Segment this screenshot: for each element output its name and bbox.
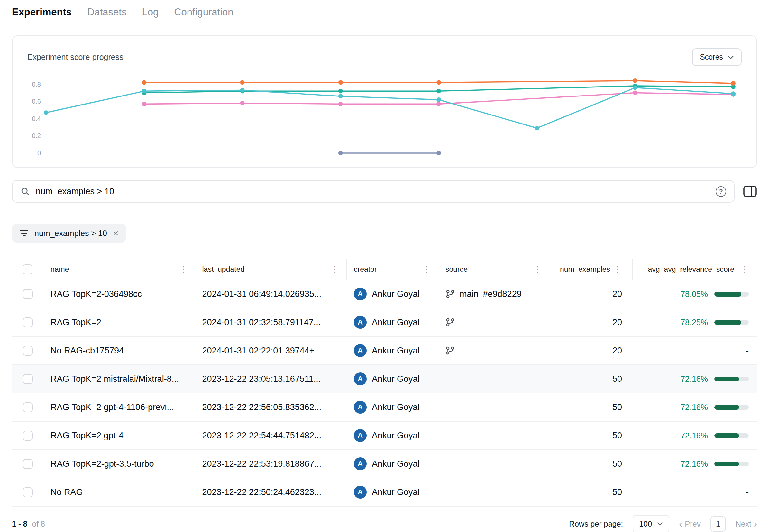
prev-page-button[interactable]: ‹ Prev [679,519,700,529]
next-page-button[interactable]: Next › [736,519,757,529]
top-nav: Experiments Datasets Log Configuration [12,0,757,22]
cell-name: RAG TopK=2 mistralai/Mixtral-8... [43,374,195,384]
num-examples-value: 20 [612,346,622,356]
row-checkbox[interactable] [23,459,33,469]
cell-name: No RAG [43,487,195,497]
experiment-name[interactable]: RAG TopK=2 gpt-4-1106-previ... [50,402,174,412]
column-header-avg_avg_relevance_score: avg_avg_relevance_score⋮ [633,259,757,280]
rows-per-page-value: 100 [639,519,652,528]
series-pink-point[interactable] [633,91,637,95]
series-cyan-point[interactable] [535,126,539,130]
series-cyan-point[interactable] [338,94,343,98]
remove-filter-icon[interactable]: × [113,228,119,238]
series-slate-point[interactable] [436,151,441,155]
column-menu-icon[interactable]: ⋮ [331,265,339,274]
experiment-name[interactable]: RAG TopK=2 gpt-4 [50,431,124,441]
table-row[interactable]: RAG TopK=2 mistralai/Mixtral-8...2023-12… [12,365,757,393]
score-progress-card: Experiment score progress Scores 00.20.4… [12,35,757,168]
experiment-name[interactable]: RAG TopK=2-gpt-3.5-turbo [50,459,154,469]
table-row[interactable]: RAG TopK=2 gpt-4-1106-previ...2023-12-22… [12,393,757,422]
column-menu-icon[interactable]: ⋮ [179,265,188,274]
table-row[interactable]: RAG TopK=2 gpt-42023-12-22 22:54:44.7514… [12,422,757,450]
series-cyan-point[interactable] [731,91,736,96]
cell-name: RAG TopK=2 [43,317,195,327]
filter-chip[interactable]: num_examples > 10 × [12,224,126,243]
series-pink-point[interactable] [436,102,441,106]
series-pink-point[interactable] [338,102,343,106]
series-cyan-point[interactable] [142,89,146,93]
tab-log[interactable]: Log [142,6,159,18]
tab-configuration[interactable]: Configuration [174,6,233,18]
avatar: A [354,288,367,300]
column-menu-icon[interactable]: ⋮ [423,265,431,274]
series-pink-point[interactable] [240,101,245,105]
column-header-last_updated: last_updated⋮ [195,259,347,280]
cell-score: - [633,487,757,497]
cell-score: 72.16% [633,374,757,384]
row-checkbox[interactable] [23,402,33,412]
experiment-name[interactable]: No RAG [50,487,83,497]
experiment-name[interactable]: RAG TopK=2 [50,317,101,327]
table-row[interactable]: RAG TopK=22024-01-31 02:32:58.791147...A… [12,308,757,337]
score-empty-dash: - [746,487,749,497]
rows-per-page-select[interactable]: 100 [633,515,669,532]
cell-score: 78.05% [633,289,757,299]
side-panel-toggle-button[interactable] [743,185,757,197]
creator-name: Ankur Goyal [372,402,420,412]
num-examples-value: 50 [612,431,622,441]
cell-creator: AAnkur Goyal [347,401,438,414]
series-cyan-point[interactable] [44,110,48,115]
cell-num-examples: 50 [549,402,633,412]
table-row[interactable]: No RAG2023-12-22 22:50:24.462323...AAnku… [12,478,757,507]
scores-dropdown-button[interactable]: Scores [692,48,742,66]
current-page-button[interactable]: 1 [710,516,726,532]
experiment-name[interactable]: RAG TopK=2-036498cc [50,289,142,299]
series-orange-point[interactable] [436,80,441,85]
row-checkbox-cell [12,289,43,299]
rows-per-page-label: Rows per page: [569,519,623,528]
series-orange-point[interactable] [142,80,146,85]
row-checkbox-cell [12,402,43,412]
table-row[interactable]: No RAG-cb1757942024-01-31 02:22:01.39744… [12,337,757,365]
tab-datasets[interactable]: Datasets [87,6,126,18]
row-checkbox[interactable] [23,289,33,299]
help-icon[interactable]: ? [716,186,726,197]
series-orange-point[interactable] [338,80,343,85]
cell-source [438,346,549,355]
row-checkbox[interactable] [23,317,33,327]
row-checkbox[interactable] [23,487,33,497]
series-teal-point[interactable] [338,89,343,93]
experiment-name[interactable]: RAG TopK=2 mistralai/Mixtral-8... [50,374,179,384]
row-checkbox[interactable] [23,431,33,441]
row-checkbox[interactable] [23,346,33,356]
series-orange-point[interactable] [731,81,736,86]
search-input[interactable] [36,187,710,197]
column-menu-icon[interactable]: ⋮ [534,265,542,274]
search-box: ? [12,180,735,203]
table-row[interactable]: RAG TopK=2-036498cc2024-01-31 06:49:14.0… [12,280,757,308]
chevron-right-icon: › [754,519,757,529]
experiment-name[interactable]: No RAG-cb175794 [50,346,124,356]
table-row[interactable]: RAG TopK=2-gpt-3.5-turbo2023-12-22 22:53… [12,450,757,478]
num-examples-value: 50 [612,402,622,412]
series-slate-point[interactable] [338,151,343,155]
y-axis-tick-label: 0.8 [32,81,41,88]
creator-name: Ankur Goyal [372,317,420,327]
series-cyan-point[interactable] [240,88,245,93]
avatar: A [354,372,367,385]
series-orange-point[interactable] [240,80,245,85]
row-checkbox[interactable] [23,374,33,384]
column-menu-icon[interactable]: ⋮ [613,265,621,274]
creator-name: Ankur Goyal [372,431,420,441]
select-all-checkbox[interactable] [23,264,32,274]
tab-experiments[interactable]: Experiments [12,6,72,18]
cell-creator: AAnkur Goyal [347,429,438,442]
series-orange-point[interactable] [633,78,637,83]
cell-creator: AAnkur Goyal [347,457,438,470]
series-cyan-point[interactable] [436,97,441,102]
series-cyan-point[interactable] [633,85,637,90]
column-menu-icon[interactable]: ⋮ [741,265,749,274]
score-progress-chart: 00.20.40.60.8 [27,70,742,159]
series-teal-point[interactable] [436,89,441,93]
series-pink-point[interactable] [142,102,146,106]
